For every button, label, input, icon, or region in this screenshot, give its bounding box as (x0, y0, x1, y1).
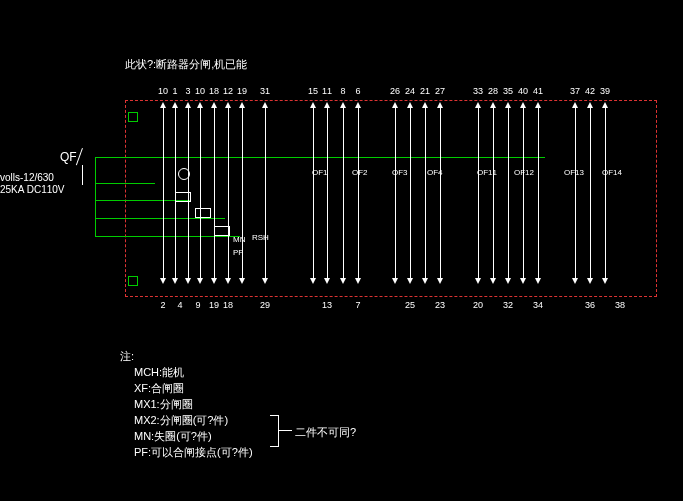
inner-vert-21 (575, 120, 576, 278)
top-stub-15 (440, 106, 441, 120)
arrow-up-icon (505, 102, 511, 108)
top-stub-20 (538, 106, 539, 120)
top-terminal-20: 41 (533, 86, 543, 96)
xf-coil-icon (175, 192, 191, 202)
inner-vert-20 (538, 120, 539, 278)
arrow-down-icon (197, 278, 203, 284)
top-stub-16 (478, 106, 479, 120)
arrow-down-icon (535, 278, 541, 284)
arrow-down-icon (225, 278, 231, 284)
top-terminal-16: 33 (473, 86, 483, 96)
arrow-down-icon (239, 278, 245, 284)
top-terminal-3: 10 (195, 86, 205, 96)
top-terminal-17: 28 (488, 86, 498, 96)
arrow-down-icon (392, 278, 398, 284)
arrow-up-icon (239, 102, 245, 108)
top-stub-12 (395, 106, 396, 120)
top-stub-11 (358, 106, 359, 120)
arrow-up-icon (211, 102, 217, 108)
top-terminal-14: 21 (420, 86, 430, 96)
arrow-down-icon (587, 278, 593, 284)
arrow-up-icon (422, 102, 428, 108)
mn-label: MN (233, 235, 245, 244)
bot-terminal-12: 34 (533, 300, 543, 310)
arrow-up-icon (355, 102, 361, 108)
notes-block: 注: MCH:能机 XF:合闸圈 MX1:分闸圈 MX2:分闸圈(可?件) MN… (120, 348, 253, 460)
top-stub-14 (425, 106, 426, 120)
inner-vert-11 (358, 120, 359, 278)
rsh-label: RSH (252, 233, 269, 242)
arrow-down-icon (211, 278, 217, 284)
arrow-up-icon (324, 102, 330, 108)
pf-label: PF (233, 248, 243, 257)
breaker-label: QF (60, 150, 77, 164)
arrow-down-icon (172, 278, 178, 284)
spec-line2: 25KA DC110V (0, 184, 65, 196)
contact-of14: OF14 (602, 168, 622, 177)
bot-terminal-13: 36 (585, 300, 595, 310)
contact-of3: OF3 (392, 168, 408, 177)
arrow-down-icon (324, 278, 330, 284)
top-terminal-4: 18 (209, 86, 219, 96)
arrow-up-icon (160, 102, 166, 108)
inner-vert-17 (493, 120, 494, 278)
diagram-title: 此状?:断路器分闸,机已能 (125, 57, 247, 72)
arrow-down-icon (437, 278, 443, 284)
arrow-up-icon (587, 102, 593, 108)
top-stub-4 (214, 106, 215, 120)
top-stub-5 (228, 106, 229, 120)
top-terminal-12: 26 (390, 86, 400, 96)
arrow-up-icon (185, 102, 191, 108)
top-terminal-11: 6 (355, 86, 360, 96)
top-terminal-10: 8 (340, 86, 345, 96)
arrow-up-icon (310, 102, 316, 108)
note-mx1: MX1:分闸圈 (120, 396, 253, 412)
contact-of11: OF11 (477, 168, 497, 177)
bus-2 (95, 183, 155, 184)
top-terminal-5: 12 (223, 86, 233, 96)
bot-terminal-10: 20 (473, 300, 483, 310)
top-stub-9 (327, 106, 328, 120)
top-terminal-8: 15 (308, 86, 318, 96)
breaker-spec: volls-12/630 25KA DC110V (0, 172, 65, 196)
inner-vert-0 (163, 120, 164, 278)
top-stub-3 (200, 106, 201, 120)
spec-line1: volls-12/630 (0, 172, 65, 184)
bot-terminal-0: 2 (160, 300, 165, 310)
contact-of13: OF13 (564, 168, 584, 177)
top-stub-18 (508, 106, 509, 120)
arrow-up-icon (197, 102, 203, 108)
top-terminal-6: 19 (237, 86, 247, 96)
bot-terminal-7: 7 (355, 300, 360, 310)
arrow-up-icon (172, 102, 178, 108)
top-terminal-15: 27 (435, 86, 445, 96)
arrow-down-icon (407, 278, 413, 284)
arrow-up-icon (490, 102, 496, 108)
bus-5 (95, 236, 240, 237)
brace-tail (278, 430, 292, 431)
top-terminal-22: 42 (585, 86, 595, 96)
arrow-up-icon (407, 102, 413, 108)
bot-terminal-4: 18 (223, 300, 233, 310)
top-terminal-13: 24 (405, 86, 415, 96)
top-terminal-18: 35 (503, 86, 513, 96)
top-stub-21 (575, 106, 576, 120)
note-xf: XF:合闸圈 (120, 380, 253, 396)
inner-vert-8 (313, 120, 314, 278)
arrow-up-icon (475, 102, 481, 108)
inner-vert-7 (265, 120, 266, 278)
bot-terminal-11: 32 (503, 300, 513, 310)
arrow-up-icon (602, 102, 608, 108)
contact-of1: OF1 (312, 168, 328, 177)
top-stub-2 (188, 106, 189, 120)
top-terminal-1: 1 (172, 86, 177, 96)
arrow-down-icon (520, 278, 526, 284)
top-stub-6 (242, 106, 243, 120)
bus-vert (95, 157, 96, 236)
notes-head: 注: (120, 348, 253, 364)
inner-vert-19 (523, 120, 524, 278)
inner-vert-14 (425, 120, 426, 278)
arrow-up-icon (520, 102, 526, 108)
inner-vert-3 (200, 120, 201, 278)
bot-terminal-1: 4 (177, 300, 182, 310)
